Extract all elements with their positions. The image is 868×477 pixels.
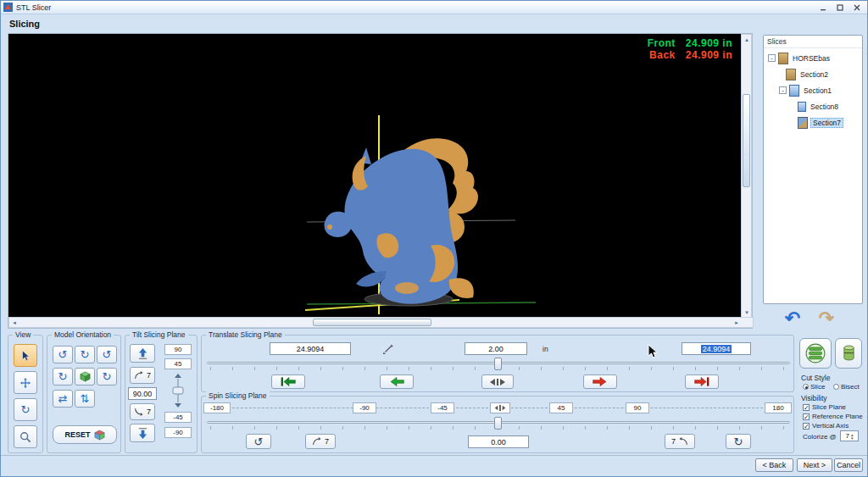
checkbox-checked-icon[interactable]: ✓: [803, 413, 810, 420]
tree-item-section2[interactable]: Section2: [765, 66, 860, 82]
colorize-spinner[interactable]: 7 ▴▾: [840, 430, 859, 441]
spinner-arrows-icon[interactable]: ▴▾: [851, 433, 854, 440]
radio-icon[interactable]: [833, 384, 839, 390]
tilt-step-value: 7: [147, 408, 151, 416]
collapse-icon[interactable]: -: [779, 86, 787, 94]
minimize-button[interactable]: [815, 3, 831, 13]
tilt-up-button[interactable]: [130, 344, 155, 363]
scroll-up-icon[interactable]: ▴: [742, 35, 752, 45]
arrow-left-icon: [388, 376, 405, 387]
center-seek-icon: [489, 378, 506, 386]
tree-item-root[interactable]: - HORSEbas: [765, 50, 860, 66]
spin-snap-neg90[interactable]: -90: [353, 402, 376, 413]
spin-value-box[interactable]: 0.00: [468, 435, 529, 448]
spin-ccw-button[interactable]: ↺: [246, 434, 271, 449]
spin-snap-neg180[interactable]: -180: [203, 402, 231, 413]
view-group-title: View: [13, 330, 33, 339]
checkbox-checked-icon[interactable]: ✓: [803, 404, 810, 411]
cancel-button[interactable]: Cancel: [834, 458, 863, 472]
tilt-down-button[interactable]: [130, 424, 155, 442]
visibility-reference-plane-checkbox[interactable]: ✓Reference Plane: [803, 413, 863, 420]
tree-item-label[interactable]: Section1: [802, 86, 833, 95]
translate-to-front-button[interactable]: [271, 374, 305, 389]
spin-step-ccw-button[interactable]: 7: [305, 434, 336, 449]
tree-item-label[interactable]: HORSEbas: [791, 54, 832, 63]
reset-orientation-button[interactable]: RESET: [53, 425, 117, 444]
view-zoom-button[interactable]: [14, 425, 37, 448]
spin-slider-handle[interactable]: [494, 417, 502, 430]
view-select-button[interactable]: [14, 344, 37, 367]
rotate-x-ccw-button[interactable]: ↺: [53, 346, 73, 363]
unit-label: in: [542, 345, 548, 353]
rotate-x-cw-button[interactable]: ↻: [53, 368, 73, 385]
tree-item-label-selected[interactable]: Section7: [810, 118, 843, 128]
tree-item-section1[interactable]: - Section1: [765, 82, 860, 98]
collapse-icon[interactable]: -: [768, 54, 776, 62]
spin-cw-button[interactable]: ↻: [726, 434, 751, 449]
visibility-slice-plane-checkbox[interactable]: ✓Slice Plane: [803, 403, 846, 411]
tilt-snap-45[interactable]: 45: [164, 358, 192, 369]
resize-diagonal-icon: [383, 342, 393, 358]
scroll-right-icon[interactable]: ▸: [732, 318, 742, 328]
visibility-vertical-axis-checkbox[interactable]: ✓Vertical Axis: [803, 422, 849, 430]
vertical-scroll-thumb[interactable]: [743, 94, 750, 187]
translate-step-back-button[interactable]: [380, 374, 414, 389]
rotate-z-cw-button[interactable]: ↻: [97, 368, 117, 385]
tilt-value-box[interactable]: 90.00: [128, 387, 157, 400]
translate-to-back-button[interactable]: [685, 374, 719, 389]
translate-slider-handle[interactable]: [494, 358, 502, 370]
tree-item-section7[interactable]: Section7: [765, 114, 860, 130]
flip-horizontal-button[interactable]: ⇄: [53, 390, 73, 408]
spin-snap-center[interactable]: [490, 402, 510, 413]
tree-item-label[interactable]: Section2: [798, 70, 830, 79]
tree-item-label[interactable]: Section8: [809, 103, 840, 111]
translate-step-forward-button[interactable]: [583, 374, 617, 389]
view-rotate-button[interactable]: ↻: [14, 398, 37, 421]
tilt-snap-neg90[interactable]: -90: [164, 427, 192, 438]
cut-style-radio-slice[interactable]: Slice: [803, 383, 825, 391]
visibility-title: Visibility: [801, 394, 827, 402]
bisect-button[interactable]: [835, 338, 862, 369]
next-button[interactable]: Next >: [797, 458, 832, 472]
vertical-scrollbar[interactable]: ▴ ▾: [741, 34, 752, 319]
close-button[interactable]: [849, 3, 865, 13]
tilt-snap-90[interactable]: 90: [164, 344, 192, 355]
translate-center-button[interactable]: [481, 374, 514, 389]
tilt-step-down-button[interactable]: 7: [130, 403, 155, 420]
undo-button[interactable]: ↶: [777, 306, 808, 331]
cut-style-radio-bisect[interactable]: Bisect: [833, 383, 860, 391]
spin-snap-neg45[interactable]: -45: [431, 402, 454, 413]
angle-arc-icon: [676, 436, 688, 446]
back-button[interactable]: < Back: [755, 458, 793, 472]
tilt-step-up-button[interactable]: 7: [130, 367, 155, 384]
translate-step-box[interactable]: 2.00: [465, 342, 527, 355]
rotate-y-ccw-button[interactable]: ↻: [75, 346, 95, 363]
tilt-slider[interactable]: [170, 373, 186, 408]
slice-button[interactable]: [799, 338, 832, 369]
checkbox-checked-icon[interactable]: ✓: [803, 423, 810, 430]
spin-step-cw-button[interactable]: 7: [665, 434, 695, 449]
model-canvas[interactable]: Front 24.909 in Back 24.909 in: [8, 34, 743, 319]
tree-item-section8[interactable]: Section8: [765, 98, 860, 114]
translate-slider[interactable]: [207, 358, 790, 371]
iso-view-button[interactable]: [75, 368, 95, 385]
redo-button[interactable]: ↷: [811, 306, 842, 331]
title-bar[interactable]: STL Slicer: [1, 1, 867, 14]
scroll-left-icon[interactable]: ◂: [9, 318, 19, 328]
flip-vertical-button[interactable]: ⇅: [75, 390, 95, 408]
translate-front-input[interactable]: 24.9094: [270, 342, 351, 355]
maximize-button[interactable]: [832, 3, 848, 13]
spin-slider[interactable]: [207, 417, 790, 430]
section-node-icon: [789, 85, 799, 97]
translate-back-input[interactable]: 24.9094: [682, 342, 751, 355]
horizontal-scrollbar[interactable]: ◂ ▸: [8, 317, 754, 328]
footer-divider: [1, 455, 867, 456]
view-pan-button[interactable]: [14, 371, 37, 394]
spin-snap-90[interactable]: 90: [626, 402, 649, 413]
spin-snap-180[interactable]: 180: [765, 402, 792, 413]
spin-snap-45[interactable]: 45: [549, 402, 573, 413]
horizontal-scroll-thumb[interactable]: [313, 319, 431, 326]
rotate-z-ccw-button[interactable]: ↺: [97, 346, 117, 363]
radio-icon[interactable]: [803, 384, 809, 390]
tilt-snap-neg45[interactable]: -45: [164, 412, 192, 423]
